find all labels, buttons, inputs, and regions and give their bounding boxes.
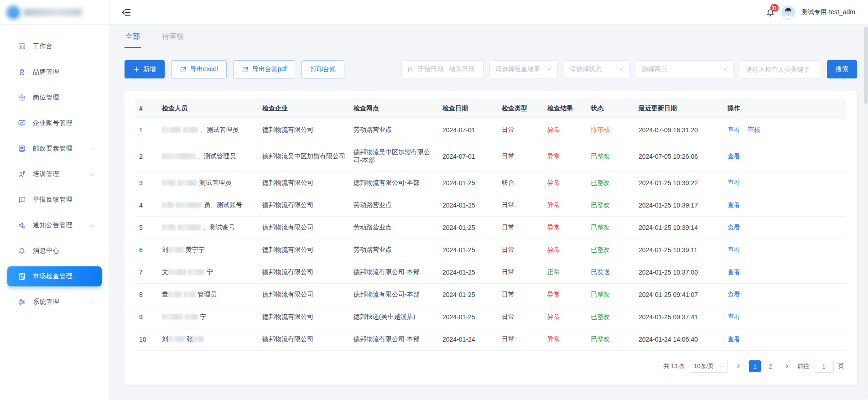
row-index: 8: [135, 284, 158, 306]
message-icon: [17, 246, 26, 255]
logo-text-redacted: [24, 9, 82, 16]
print-ledger-button[interactable]: 打印台账: [301, 60, 344, 78]
prev-page-icon[interactable]: [733, 360, 744, 372]
redacted-name: [168, 247, 184, 253]
keyword-input[interactable]: [740, 60, 821, 78]
cell-result: 异常: [544, 172, 587, 194]
cell-result: 异常: [544, 328, 587, 351]
table-row: 1、测试管理员德邦物流有限公司劳动路营业点2024-07-01日常异常待审核20…: [135, 119, 846, 141]
cell-result: 异常: [544, 217, 587, 239]
scrollbar[interactable]: [864, 26, 868, 398]
sidebar-item-postal[interactable]: 邮政要素管理: [7, 139, 102, 159]
cell-actions: 查看: [724, 172, 846, 194]
column-header: 检查企业: [259, 99, 350, 119]
report-icon: [17, 195, 26, 204]
chevron-down-icon: [89, 146, 95, 152]
cell-person: 、测试管理员: [158, 141, 259, 172]
action-link[interactable]: 查看: [728, 268, 740, 275]
action-link[interactable]: 查看: [728, 152, 740, 160]
cell-company: 德邦物流有限公司: [259, 306, 350, 328]
export-icon: [242, 66, 249, 73]
notifications-bell-icon[interactable]: 11: [766, 8, 775, 17]
inspection-table: #检查人员检查企业检查网点检查日期检查类型检查结果状态最近更新日期操作 1、测试…: [135, 99, 846, 351]
cell-type: 日常: [498, 217, 544, 239]
tab-pending[interactable]: 待审核: [161, 25, 185, 48]
page-numbers: 12: [749, 360, 776, 372]
page-number-1[interactable]: 1: [749, 360, 761, 372]
next-page-icon[interactable]: [781, 360, 793, 372]
app-root: 工作台品牌管理岗位管理企业账号管理邮政要素管理培训管理举报反馈管理通知公告管理消…: [0, 0, 868, 400]
action-link[interactable]: 查看: [728, 126, 740, 133]
main-content: 全部待审核 新增 导出excel: [109, 25, 868, 400]
export-excel-label: 导出excel: [190, 65, 218, 73]
cell-site: 德邦快递(吴中越溪店): [350, 306, 439, 328]
cell-result: 异常: [544, 194, 587, 217]
cell-person: 测试管理员: [158, 172, 259, 194]
action-link[interactable]: 查看: [728, 291, 740, 298]
cell-person: 董管理员: [158, 284, 259, 306]
sidebar-item-market[interactable]: 市场检查管理: [7, 266, 102, 286]
scrollbar-thumb[interactable]: [864, 26, 868, 104]
cell-status: 已整改: [587, 172, 635, 194]
date-range-picker[interactable]: 开始日期 - 结束日期: [401, 60, 483, 78]
cell-status: 已整改: [587, 141, 635, 172]
cell-type: 日常: [498, 284, 544, 306]
add-button[interactable]: 新增: [125, 60, 165, 78]
app-logo-redacted: [6, 5, 82, 19]
cell-result: 正常: [544, 261, 587, 284]
page-size-label: 10条/页: [694, 362, 714, 370]
action-link[interactable]: 查看: [728, 201, 740, 208]
export-excel-button[interactable]: 导出excel: [171, 60, 227, 78]
chevron-down-icon: [719, 364, 724, 369]
redacted-name: [188, 269, 205, 275]
action-link[interactable]: 查看: [728, 179, 740, 186]
action-link[interactable]: 查看: [728, 223, 740, 231]
action-link[interactable]: 审核: [748, 126, 760, 133]
fold-sidebar-icon[interactable]: [121, 7, 131, 17]
column-header: 操作: [724, 99, 846, 119]
action-link[interactable]: 查看: [728, 335, 740, 343]
sidebar-item-training[interactable]: 培训管理: [7, 164, 102, 184]
sidebar-item-report[interactable]: 举报反馈管理: [7, 190, 102, 210]
sidebar-item-system[interactable]: 系统管理: [7, 292, 102, 312]
table-row: 4员、测试账号德邦物流有限公司劳动路营业点2024-01-25日常异常已整改20…: [135, 194, 846, 217]
action-link[interactable]: 查看: [728, 313, 740, 320]
page-size-select[interactable]: 10条/页: [690, 360, 728, 373]
username[interactable]: 测试专用-test_adm: [801, 8, 855, 16]
sidebar-item-position[interactable]: 岗位管理: [7, 88, 102, 108]
status-select[interactable]: 请选择状态: [564, 60, 630, 78]
cell-updated: 2024-01-25 09:37:41: [635, 306, 724, 328]
cell-company: 德邦物流有限公司: [259, 284, 350, 306]
cell-actions: 查看: [724, 328, 846, 351]
sidebar-item-workbench[interactable]: 工作台: [7, 36, 102, 57]
chevron-down-icon: [722, 67, 728, 72]
sidebar-item-brand[interactable]: 品牌管理: [7, 62, 102, 82]
result-select[interactable]: 请选择检查结果: [489, 60, 558, 78]
page-number-2[interactable]: 2: [764, 360, 776, 372]
avatar[interactable]: [781, 5, 795, 19]
cell-result: 异常: [544, 284, 587, 306]
cell-type: 日常: [498, 141, 544, 172]
search-button[interactable]: 搜索: [827, 60, 857, 78]
cell-company: 德邦物流有限公司: [259, 194, 350, 217]
chevron-down-icon: [546, 67, 552, 72]
sidebar-item-message[interactable]: 消息中心: [7, 241, 102, 261]
sidebar-item-enterprise[interactable]: 企业账号管理: [7, 113, 102, 133]
export-pdf-button[interactable]: 导出台账pdf: [233, 60, 295, 78]
cell-company: 德邦物流有限公司: [259, 172, 350, 194]
tab-all[interactable]: 全部: [125, 25, 141, 48]
inspector-name: 黄宁宁: [186, 246, 205, 253]
cell-person: 文宁: [158, 261, 259, 284]
row-index: 10: [135, 328, 158, 351]
cell-status: 已整改: [587, 239, 635, 261]
cell-site: 劳动路营业点: [350, 217, 439, 239]
table-row: 3测试管理员德邦物流有限公司德邦物流有限公司-本部2024-01-25联合异常已…: [135, 172, 846, 194]
site-select[interactable]: 选择网点: [636, 60, 734, 78]
goto-page-input[interactable]: [814, 360, 834, 373]
sidebar-item-label: 工作台: [33, 42, 95, 51]
system-icon: [17, 297, 26, 306]
enterprise-icon: [17, 119, 26, 128]
cell-date: 2024-01-25: [439, 172, 498, 194]
sidebar-item-notice[interactable]: 通知公告管理: [7, 215, 102, 235]
action-link[interactable]: 查看: [728, 246, 740, 253]
